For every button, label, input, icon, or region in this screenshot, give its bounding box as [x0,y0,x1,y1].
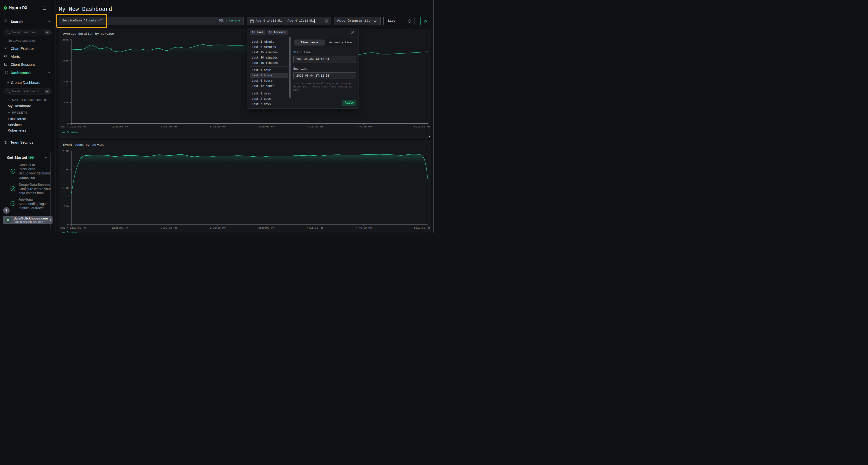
svg-text:Event count by service: Event count by service [63,143,105,147]
svg-text:1.1K: 1.1K [62,187,69,190]
svg-text:3:25:00 PM: 3:25:00 PM [210,125,225,128]
svg-text:5:10:00 PM: 5:10:00 PM [414,125,430,128]
svg-text:4:15:00 PM: 4:15:00 PM [307,227,323,229]
svg-text:frontend: frontend [66,231,79,233]
svg-text:3:25:00 PM: 3:25:00 PM [210,227,225,229]
svg-text:2:35:00 PM: 2:35:00 PM [112,125,128,128]
svg-text:5:10:00 PM: 5:10:00 PM [414,227,430,229]
svg-text:3:50:00 PM: 3:50:00 PM [258,227,274,229]
svg-text:1.7K: 1.7K [62,168,69,171]
svg-text:2.2K: 2.2K [62,150,69,153]
svg-text:Aug 4 2:10:00 PM: Aug 4 2:10:00 PM [61,125,86,128]
svg-text:3:00:00 PM: 3:00:00 PM [161,227,177,229]
svg-text:Aug 4 2:10:00 PM: Aug 4 2:10:00 PM [61,227,86,229]
svg-text:4:15:00 PM: 4:15:00 PM [307,125,323,128]
svg-text:4:40:00 PM: 4:40:00 PM [355,227,372,229]
svg-text:130K: 130K [62,80,69,83]
svg-text:550: 550 [64,205,69,208]
svg-text:4:40:00 PM: 4:40:00 PM [355,125,372,128]
svg-text:Average duration by service: Average duration by service [63,32,114,35]
svg-text:260K: 260K [62,38,69,41]
svg-text:3:00:00 PM: 3:00:00 PM [161,125,177,128]
svg-text:65K: 65K [64,101,69,104]
svg-text:3:50:00 PM: 3:50:00 PM [258,125,274,128]
svg-text:frontend: frontend [66,131,79,134]
svg-text:0: 0 [67,122,69,125]
svg-text:0: 0 [67,223,69,226]
svg-text:195K: 195K [62,59,69,62]
svg-text:2:35:00 PM: 2:35:00 PM [112,227,128,229]
